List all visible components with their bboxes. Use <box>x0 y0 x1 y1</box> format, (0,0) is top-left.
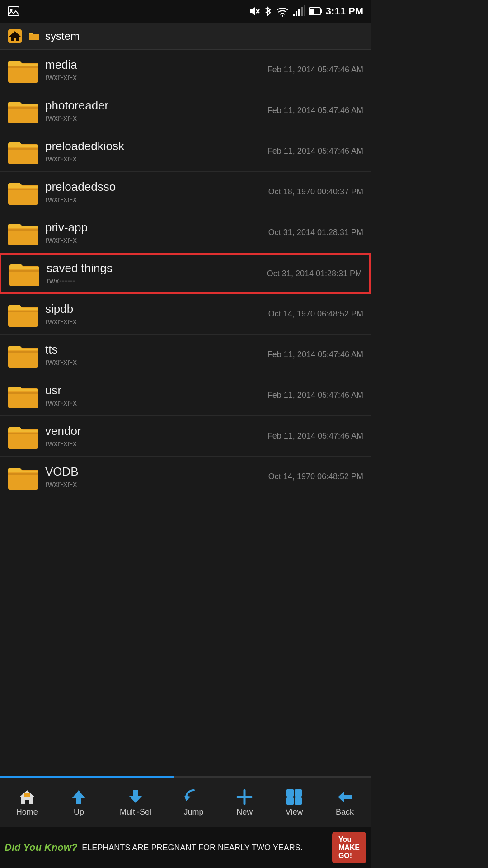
folder-icon <box>7 382 39 409</box>
folder-icon <box>7 341 39 368</box>
home-nav-icon <box>18 788 36 806</box>
nav-new[interactable]: New <box>230 785 258 821</box>
file-name: priv-app <box>45 221 263 235</box>
svg-rect-23 <box>8 189 38 190</box>
file-item-sipdb[interactable]: sipdbrwxr-xr-xOct 14, 1970 06:48:52 PM <box>0 294 371 335</box>
svg-rect-6 <box>293 14 295 16</box>
file-date: Oct 14, 1970 06:48:52 PM <box>268 472 363 481</box>
file-date: Oct 31, 2014 01:28:31 PM <box>267 269 362 278</box>
svg-rect-31 <box>8 351 38 353</box>
bottom-navigation: Home Up Multi-Sel Jump New <box>0 778 371 827</box>
nav-view-label: View <box>286 807 303 817</box>
file-item-photoreader[interactable]: photoreaderrwxr-xr-xFeb 11, 2014 05:47:4… <box>0 90 371 131</box>
file-perms: rwxr-xr-x <box>45 113 262 123</box>
svg-rect-45 <box>286 789 294 797</box>
svg-rect-39 <box>24 793 30 797</box>
view-nav-icon <box>286 788 303 806</box>
svg-marker-40 <box>72 790 85 804</box>
nav-home[interactable]: Home <box>11 785 43 821</box>
file-item-saved-things[interactable]: saved thingsrwx------Oct 31, 2014 01:28:… <box>0 253 371 294</box>
svg-marker-42 <box>184 796 191 801</box>
file-item-usr[interactable]: usrrwxr-xr-xFeb 11, 2014 05:47:46 AM <box>0 375 371 416</box>
file-item-media[interactable]: mediarwxr-xr-xFeb 11, 2014 05:47:46 AM <box>0 50 371 90</box>
file-perms: rwxr-xr-x <box>45 439 262 448</box>
svg-rect-26 <box>9 266 39 286</box>
svg-rect-0 <box>8 7 19 16</box>
photo-icon <box>7 5 20 18</box>
folder-icon <box>7 57 39 84</box>
svg-marker-41 <box>129 790 142 803</box>
wifi-icon <box>276 5 289 17</box>
file-info: priv-apprwxr-xr-x <box>45 221 263 245</box>
ad-cta[interactable]: YouMAKEGO! <box>332 832 366 863</box>
multisel-nav-icon <box>127 788 144 806</box>
file-perms: rwxr-xr-x <box>45 317 263 326</box>
file-date: Oct 14, 1970 06:48:52 PM <box>268 309 363 319</box>
svg-rect-13 <box>310 9 314 14</box>
svg-rect-29 <box>8 311 38 312</box>
folder-icon <box>7 138 39 165</box>
header-title: system <box>45 30 80 42</box>
bluetooth-icon <box>263 5 272 17</box>
nav-up-label: Up <box>74 807 84 817</box>
svg-rect-9 <box>301 7 303 16</box>
file-info: usrrwxr-xr-x <box>45 383 262 408</box>
svg-rect-17 <box>8 66 38 68</box>
ad-brand-text: Did You Know? <box>5 842 77 854</box>
file-item-preloadedsso[interactable]: preloadedssorwxr-xr-xOct 18, 1970 00:40:… <box>0 172 371 212</box>
folder-icon <box>7 463 39 491</box>
ad-banner: Did You Know? ELEPHANTS ARE PREGNANT FOR… <box>0 827 371 868</box>
nav-view[interactable]: View <box>280 785 309 821</box>
file-info: preloadedssorwxr-xr-x <box>45 180 263 204</box>
svg-rect-20 <box>8 144 38 164</box>
file-date: Feb 11, 2014 05:47:46 AM <box>267 391 363 400</box>
svg-rect-18 <box>8 104 38 123</box>
back-nav-icon <box>335 788 354 806</box>
svg-rect-24 <box>8 226 38 245</box>
nav-multisel[interactable]: Multi-Sel <box>114 785 157 821</box>
file-date: Feb 11, 2014 05:47:46 AM <box>267 431 363 441</box>
file-list: mediarwxr-xr-xFeb 11, 2014 05:47:46 AMph… <box>0 50 371 497</box>
file-item-tts[interactable]: ttsrwxr-xr-xFeb 11, 2014 05:47:46 AM <box>0 335 371 375</box>
file-item-priv-app[interactable]: priv-apprwxr-xr-xOct 31, 2014 01:28:31 P… <box>0 212 371 253</box>
svg-rect-30 <box>8 348 38 368</box>
file-date: Oct 18, 1970 00:40:37 PM <box>268 187 363 197</box>
svg-rect-33 <box>8 392 38 394</box>
jump-nav-icon <box>184 788 203 806</box>
nav-new-label: New <box>236 807 253 817</box>
svg-rect-32 <box>8 388 38 408</box>
file-name: usr <box>45 383 262 397</box>
file-date: Feb 11, 2014 05:47:46 AM <box>267 65 363 75</box>
svg-rect-37 <box>8 473 38 475</box>
folder-icon <box>9 260 40 287</box>
svg-rect-22 <box>8 185 38 205</box>
file-info: ttsrwxr-xr-x <box>45 343 262 367</box>
nav-up[interactable]: Up <box>65 785 93 821</box>
file-name: media <box>45 58 262 72</box>
svg-rect-34 <box>8 429 38 449</box>
file-perms: rwx------ <box>47 276 262 286</box>
svg-rect-35 <box>8 433 38 434</box>
file-info: saved thingsrwx------ <box>47 261 262 286</box>
file-item-VODB[interactable]: VODBrwxr-xr-xOct 14, 1970 06:48:52 PM <box>0 457 371 497</box>
file-info: preloadedkioskrwxr-xr-x <box>45 139 262 164</box>
file-info: VODBrwxr-xr-x <box>45 465 263 489</box>
file-item-preloadedkiosk[interactable]: preloadedkioskrwxr-xr-xFeb 11, 2014 05:4… <box>0 131 371 172</box>
nav-home-label: Home <box>16 807 38 817</box>
nav-jump[interactable]: Jump <box>178 785 209 821</box>
file-name: sipdb <box>45 302 263 316</box>
file-perms: rwxr-xr-x <box>45 73 262 82</box>
file-name: photoreader <box>45 99 262 113</box>
svg-rect-10 <box>304 5 305 16</box>
nav-back[interactable]: Back <box>330 785 360 821</box>
svg-rect-36 <box>8 470 38 490</box>
signal-icon <box>292 5 305 17</box>
svg-rect-21 <box>8 148 38 150</box>
folder-icon <box>7 423 39 450</box>
file-name: tts <box>45 343 262 357</box>
file-perms: rwxr-xr-x <box>45 236 263 245</box>
file-info: vendorrwxr-xr-x <box>45 424 262 448</box>
file-item-vendor[interactable]: vendorrwxr-xr-xFeb 11, 2014 05:47:46 AM <box>0 416 371 457</box>
file-name: VODB <box>45 465 263 479</box>
file-info: photoreaderrwxr-xr-x <box>45 99 262 123</box>
